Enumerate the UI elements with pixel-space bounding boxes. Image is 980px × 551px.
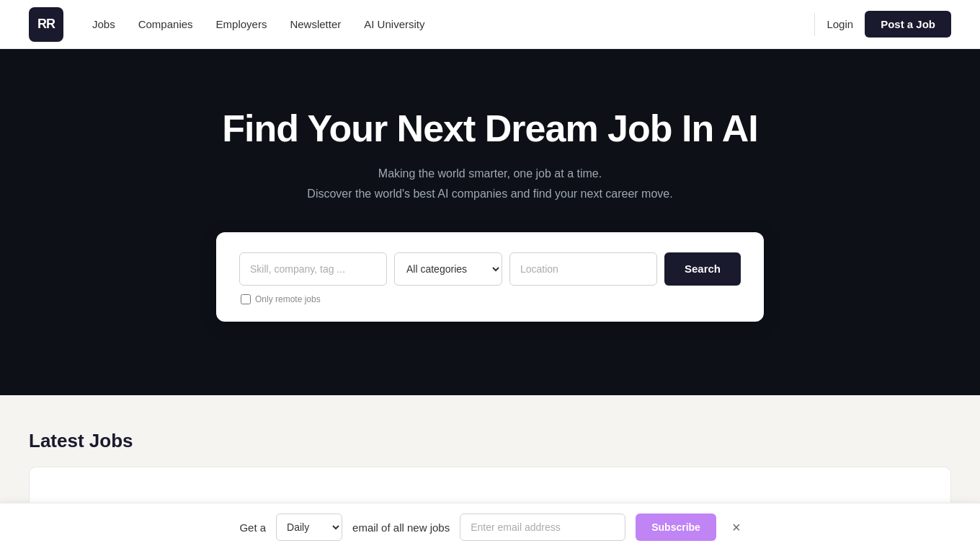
hero-title: Find Your Next Dream Job In AI xyxy=(222,108,757,149)
nav-links: Jobs Companies Employers Newsletter AI U… xyxy=(92,18,424,30)
remote-row: Only remote jobs xyxy=(239,294,741,304)
search-card: All categories Engineering Research Prod… xyxy=(216,232,764,322)
nav-jobs[interactable]: Jobs xyxy=(92,18,115,30)
banner-get-a-text: Get a xyxy=(239,521,266,534)
hero-subtitle: Making the world smarter, one job at a t… xyxy=(307,164,672,203)
bottom-banner: Get a Daily Weekly Monthly email of all … xyxy=(0,503,980,551)
location-input[interactable] xyxy=(509,252,657,286)
close-banner-button[interactable]: × xyxy=(732,520,741,534)
subscribe-button[interactable]: Subscribe xyxy=(636,513,716,541)
banner-email-text: email of all new jobs xyxy=(352,521,450,534)
navbar: RR Jobs Companies Employers Newsletter A… xyxy=(0,0,980,49)
remote-label[interactable]: Only remote jobs xyxy=(255,294,321,304)
login-button[interactable]: Login xyxy=(827,18,853,30)
post-job-button[interactable]: Post a Job xyxy=(865,11,951,38)
nav-companies[interactable]: Companies xyxy=(138,18,193,30)
banner-email-input[interactable] xyxy=(460,513,625,541)
remote-checkbox[interactable] xyxy=(241,294,251,304)
latest-jobs-title: Latest Jobs xyxy=(29,430,951,452)
nav-newsletter[interactable]: Newsletter xyxy=(290,18,341,30)
nav-employers[interactable]: Employers xyxy=(216,18,267,30)
hero-subtitle-line1: Making the world smarter, one job at a t… xyxy=(378,167,602,180)
search-button[interactable]: Search xyxy=(664,252,741,286)
frequency-select[interactable]: Daily Weekly Monthly xyxy=(276,513,342,541)
nav-ai-university[interactable]: AI University xyxy=(364,18,424,30)
navbar-left: RR Jobs Companies Employers Newsletter A… xyxy=(29,7,424,42)
logo[interactable]: RR xyxy=(29,7,63,42)
navbar-right: Login Post a Job xyxy=(814,11,951,38)
search-row: All categories Engineering Research Prod… xyxy=(239,252,741,286)
skill-search-input[interactable] xyxy=(239,252,387,286)
hero-section: Find Your Next Dream Job In AI Making th… xyxy=(0,49,980,395)
nav-divider xyxy=(814,13,815,36)
category-select[interactable]: All categories Engineering Research Prod… xyxy=(394,252,502,286)
hero-subtitle-line2: Discover the world's best AI companies a… xyxy=(307,188,672,200)
